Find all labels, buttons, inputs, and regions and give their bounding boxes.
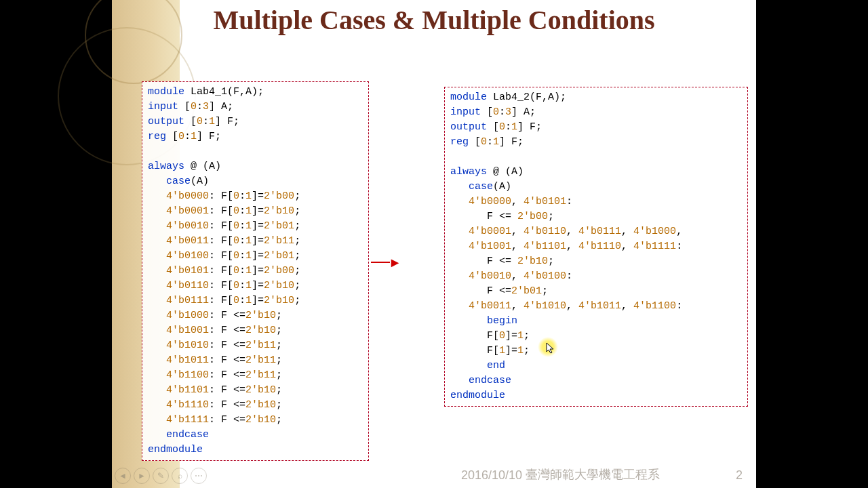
cursor-icon xyxy=(546,342,555,354)
code-left: module Lab4_1(F,A); input [0:3] A; outpu… xyxy=(148,85,363,458)
prev-icon[interactable]: ◄ xyxy=(115,468,131,484)
zoom-icon[interactable]: ⌕ xyxy=(172,468,188,484)
code-block-left: module Lab4_1(F,A); input [0:3] A; outpu… xyxy=(142,81,369,461)
slideshow-controls[interactable]: ◄►✎⌕⋯ xyxy=(115,468,210,484)
slide-title: Multiple Cases & Multiple Conditions xyxy=(112,4,756,37)
footer-org: 臺灣師範大學機電工程系 xyxy=(526,466,660,483)
slide: Multiple Cases & Multiple Conditions mod… xyxy=(112,0,756,488)
menu-icon[interactable]: ⋯ xyxy=(191,468,207,484)
next-icon[interactable]: ► xyxy=(134,468,150,484)
highlight-cursor xyxy=(538,337,558,357)
arrow-icon xyxy=(371,252,399,270)
code-block-right: module Lab4_2(F,A); input [0:3] A; outpu… xyxy=(444,87,748,407)
footer-page: 2 xyxy=(736,468,743,483)
pen-icon[interactable]: ✎ xyxy=(153,468,169,484)
code-right: module Lab4_2(F,A); input [0:3] A; outpu… xyxy=(450,90,742,403)
footer-date: 2016/10/10 xyxy=(461,468,522,483)
